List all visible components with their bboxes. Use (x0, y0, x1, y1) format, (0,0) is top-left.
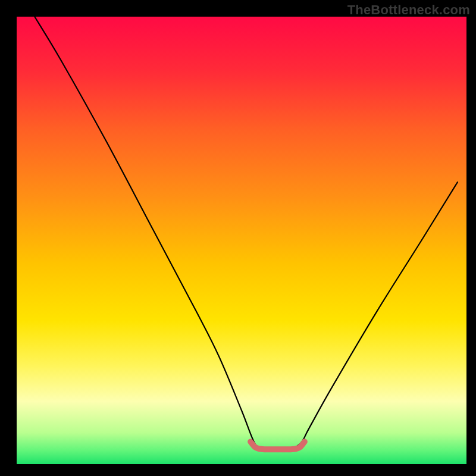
watermark-text: TheBottleneck.com (347, 2, 470, 18)
chart-container: TheBottleneck.com (0, 0, 476, 476)
bottleneck-chart (0, 0, 476, 476)
gradient-background (17, 17, 466, 464)
